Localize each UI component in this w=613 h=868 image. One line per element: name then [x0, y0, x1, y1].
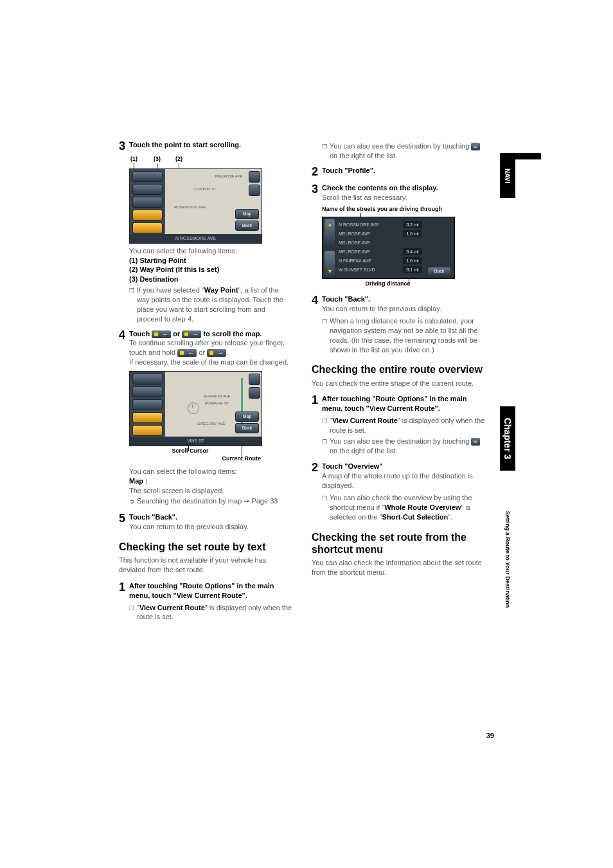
left-step-3: 3 Touch the point to start scrolling.	[119, 140, 292, 153]
figure-2: ELEANOR AVE ROMAINE ST GREGORY AVE 0.8mi…	[129, 371, 292, 462]
route-line	[241, 378, 243, 429]
profile-figure: N ROSSMORE AVE0.2 mi MELROSE AVE1.6 mi M…	[322, 217, 485, 287]
step-number: 2	[312, 462, 322, 491]
accent-bar	[515, 153, 541, 159]
map-button[interactable]: Map	[235, 411, 259, 422]
right-column: You can also see the destination by touc…	[312, 140, 485, 622]
heading-desc: You can check the entire shape of the cu…	[312, 379, 485, 388]
step-number: 1	[119, 581, 129, 601]
side-section-title: Setting a Route to Your Destination	[500, 476, 515, 643]
legend-3: (3) Destination	[129, 275, 178, 283]
note-ov-vcr: "View Current Route" is displayed only w…	[322, 416, 485, 435]
map-label: Map :	[129, 477, 148, 485]
callout-3: (3)	[154, 156, 161, 162]
step-title: Touch "Back".	[129, 513, 177, 521]
caption-street-names: Name of the streets you are driving thro…	[322, 205, 485, 213]
heading-check-route-text: Checking the set route by text	[119, 541, 292, 553]
side-tab-chapter: Chapter 3	[500, 406, 515, 471]
caption-scroll-cursor: Scroll Cursor	[142, 448, 238, 454]
post-fig2-text: You can select the following items:	[129, 467, 292, 476]
note-vcr-display: "View Current Route" is displayed only w…	[129, 603, 292, 622]
callout-2: (2)	[175, 156, 182, 162]
step-number: 2	[312, 166, 322, 179]
right-step-4: 4 Touch "Back". You can return to the pr…	[312, 294, 485, 314]
page: NAVI Chapter 3 Setting a Route to Your D…	[0, 0, 613, 868]
step-number: 4	[312, 294, 322, 314]
post-fig-text: You can select the following items:	[129, 246, 292, 256]
step-number: 5	[119, 512, 129, 532]
step-number: 3	[312, 183, 322, 203]
note-ov-shortcut: You can also check the overview by using…	[322, 493, 485, 522]
legend-2: (2) Way Point (If this is set)	[129, 266, 219, 273]
right-step-3: 3 Check the contents on the display. Scr…	[312, 183, 485, 203]
heading-desc: You can also check the information about…	[312, 558, 485, 577]
scroll-left-icon[interactable]	[152, 330, 171, 338]
figure-callouts: (1) (3) (2)	[129, 156, 292, 165]
content-area: 3 Touch the point to start scrolling. (1…	[119, 140, 485, 622]
left-column: 3 Touch the point to start scrolling. (1…	[119, 140, 292, 622]
legend-1: (1) Starting Point	[129, 257, 186, 264]
list-icon[interactable]	[471, 143, 480, 150]
left-step-4: 4 Touch or to scroll the map. To continu…	[119, 329, 292, 367]
back-button[interactable]: Back	[235, 221, 259, 231]
step-title: After touching "Route Options" in the ma…	[322, 395, 467, 412]
page-number: 39	[486, 732, 494, 739]
map-desc: The scroll screen is displayed.	[129, 486, 292, 496]
note-see-destination: You can also see the destination by touc…	[322, 141, 485, 161]
step-title: Touch the point to start scrolling.	[129, 141, 241, 149]
caption-driving-distance: Driving distance	[322, 280, 454, 287]
right-step-2: 2 Touch "Profile".	[312, 166, 485, 179]
waypoint-note: If you have selected "Way Point", a list…	[129, 285, 292, 323]
scroll-left-icon[interactable]	[177, 349, 197, 357]
side-tab-navi: NAVI	[500, 153, 515, 198]
step-title: After touching "Route Options" in the ma…	[129, 582, 274, 599]
heading-shortcut: Checking the set route from the shortcut…	[312, 531, 485, 556]
note-ov-dest: You can also see the destination by touc…	[322, 437, 485, 456]
step-number: 3	[119, 140, 129, 153]
map-button[interactable]: Map	[235, 209, 259, 219]
step-title: Check the contents on the display.	[322, 184, 438, 192]
heading-desc: This function is not available if your v…	[119, 556, 292, 575]
step-title: Touch "Back".	[322, 295, 370, 303]
list-icon[interactable]	[471, 438, 480, 446]
scroll-cursor-icon	[188, 402, 199, 414]
text-step-1: 1 After touching "Route Options" in the …	[119, 581, 292, 601]
scroll-right-icon[interactable]	[207, 349, 226, 357]
scroll-up-icon[interactable]	[324, 219, 335, 245]
xref-search-by-map: Searching the destination by map ➞ Page …	[129, 496, 292, 506]
callout-1: (1)	[130, 156, 138, 162]
scroll-right-icon[interactable]	[182, 330, 201, 338]
figure-1: MELROSE AVE CLINTON ST ROSEWOOD AVE 0.8m…	[129, 168, 292, 244]
left-step-5: 5 Touch "Back". You can return to the pr…	[119, 512, 292, 532]
back-button[interactable]: Back	[235, 423, 259, 433]
ov-step-1: 1 After touching "Route Options" in the …	[312, 394, 485, 413]
step-number: 1	[312, 394, 322, 413]
step-title: Touch "Profile".	[322, 167, 375, 174]
note-long-route: When a long distance route is calculated…	[322, 316, 485, 354]
scroll-down-icon[interactable]	[324, 251, 335, 276]
step-title: Touch "Overview"	[322, 462, 383, 470]
ov-step-2: 2 Touch "Overview" A map of the whole ro…	[312, 462, 485, 491]
step-number: 4	[119, 329, 129, 367]
heading-overview: Checking the entire route overview	[312, 363, 485, 375]
back-button[interactable]: Back	[428, 267, 450, 275]
